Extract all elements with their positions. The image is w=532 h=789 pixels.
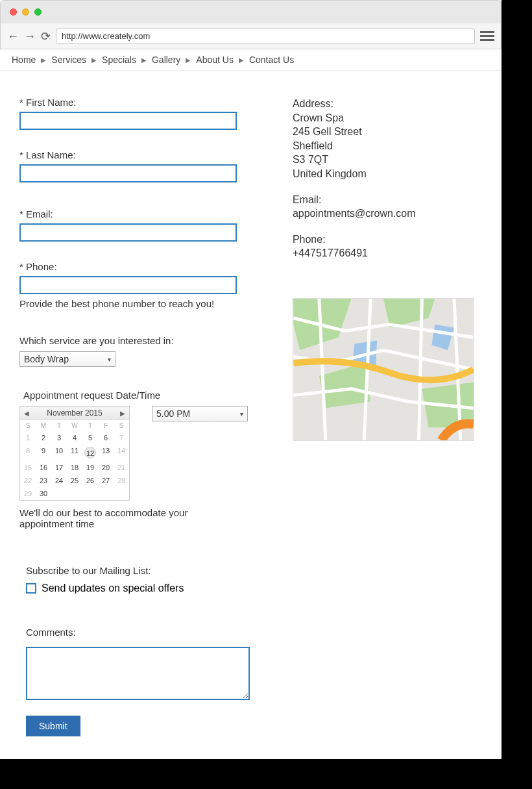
calendar-day[interactable]: 4	[67, 431, 82, 444]
calendar-day[interactable]: 18	[67, 461, 82, 474]
address-line: Sheffield	[293, 139, 482, 153]
page-content: * First Name: * Last Name: * Email: * Ph…	[0, 71, 502, 759]
window-titlebar	[0, 0, 502, 23]
calendar-day[interactable]: 10	[51, 444, 67, 461]
calendar-day[interactable]: 28	[114, 474, 129, 487]
calendar-dow: F	[98, 420, 114, 431]
phone-input[interactable]	[19, 276, 237, 294]
contact-phone-label: Phone:	[293, 232, 482, 247]
calendar-day[interactable]: 23	[36, 474, 51, 487]
email-label: * Email:	[19, 208, 254, 219]
contact-form: * First Name: * Last Name: * Email: * Ph…	[19, 97, 254, 740]
calendar-dow: S	[20, 420, 36, 431]
submit-button[interactable]: Submit	[26, 716, 80, 736]
calendar-next-icon[interactable]: ▶	[120, 410, 125, 417]
subscribe-checkbox[interactable]	[26, 583, 36, 594]
calendar-day[interactable]: 30	[36, 487, 51, 500]
first-name-input[interactable]	[19, 112, 237, 130]
calendar-day	[82, 487, 98, 500]
calendar-day[interactable]: 15	[20, 461, 36, 474]
calendar-day[interactable]: 8	[20, 444, 36, 461]
calendar-dow: M	[36, 420, 51, 431]
maximize-window-icon[interactable]	[34, 8, 42, 16]
calendar-day[interactable]: 1	[20, 431, 36, 444]
calendar-prev-icon[interactable]: ◀	[24, 410, 29, 417]
chevron-right-icon: ▶	[239, 56, 244, 64]
contact-email-value: appointments@crown.com	[293, 207, 482, 221]
phone-help-text: Provide the best phone number to reach y…	[19, 298, 254, 309]
calendar-day	[114, 487, 129, 500]
address-line: Crown Spa	[293, 111, 482, 125]
last-name-input[interactable]	[19, 164, 237, 182]
chevron-right-icon: ▶	[41, 56, 46, 64]
calendar-day[interactable]: 21	[114, 461, 129, 474]
calendar-day	[51, 487, 67, 500]
calendar-day[interactable]: 14	[114, 444, 129, 461]
calendar-day[interactable]: 5	[82, 431, 98, 444]
time-select[interactable]: 5.00 PM	[152, 406, 248, 421]
minimize-window-icon[interactable]	[22, 8, 29, 16]
calendar-day[interactable]: 2	[36, 431, 51, 444]
reload-button[interactable]: ⟳	[41, 31, 51, 42]
calendar-day[interactable]: 26	[82, 474, 98, 487]
calendar-widget[interactable]: ◀ November 2015 ▶ SMTWTFS123456789101112…	[19, 406, 130, 501]
close-window-icon[interactable]	[10, 8, 17, 16]
forward-button[interactable]: →	[24, 31, 36, 42]
phone-label: * Phone:	[19, 261, 254, 272]
address-label: Address:	[293, 97, 482, 111]
calendar-day[interactable]: 20	[98, 461, 114, 474]
last-name-label: * Last Name:	[19, 149, 254, 160]
first-name-label: * First Name:	[19, 97, 254, 108]
calendar-day[interactable]: 12	[82, 444, 98, 461]
service-select[interactable]: Body Wrap	[19, 351, 115, 367]
url-text: http://www.creately.com	[62, 31, 150, 41]
calendar-day	[98, 487, 114, 500]
time-selected-value: 5.00 PM	[156, 408, 190, 419]
calendar-day[interactable]: 27	[98, 474, 114, 487]
chevron-right-icon: ▶	[141, 56, 147, 64]
calendar-month-label: November 2015	[47, 408, 102, 418]
service-question-label: Which service are you interested in:	[19, 335, 254, 346]
contact-info: Address: Crown Spa 245 Gell Street Sheff…	[293, 97, 482, 740]
calendar-day[interactable]: 25	[67, 474, 82, 487]
chevron-right-icon: ▶	[186, 56, 191, 64]
url-input[interactable]: http://www.creately.com	[56, 29, 475, 44]
calendar-day[interactable]: 13	[98, 444, 114, 461]
calendar-day[interactable]: 19	[82, 461, 98, 474]
address-line: United Kingdom	[293, 167, 482, 181]
comments-label: Comments:	[26, 627, 254, 638]
calendar-day[interactable]: 16	[36, 461, 51, 474]
nav-item-contact[interactable]: Contact Us	[249, 55, 294, 65]
nav-item-about[interactable]: About Us	[196, 55, 234, 65]
calendar-day[interactable]: 17	[51, 461, 67, 474]
calendar-day[interactable]: 11	[67, 444, 82, 461]
email-input[interactable]	[19, 223, 237, 242]
nav-item-gallery[interactable]: Gallery	[152, 55, 180, 65]
service-selected-value: Body Wrap	[24, 354, 69, 364]
calendar-day	[67, 487, 82, 500]
calendar-dow: W	[67, 420, 82, 431]
calendar-day[interactable]: 22	[20, 474, 36, 487]
back-button[interactable]: ←	[7, 31, 19, 42]
nav-item-home[interactable]: Home	[12, 55, 36, 65]
chevron-right-icon: ▶	[91, 56, 97, 64]
calendar-dow: S	[114, 420, 129, 431]
map-image	[293, 298, 474, 441]
calendar-day[interactable]: 24	[51, 474, 67, 487]
calendar-day[interactable]: 3	[51, 431, 67, 444]
calendar-day[interactable]: 29	[20, 487, 36, 500]
menu-button[interactable]	[480, 29, 494, 43]
calendar-day[interactable]: 9	[36, 444, 51, 461]
subscribe-label: Subscribe to our Mailing List:	[26, 565, 254, 576]
address-line: S3 7QT	[293, 153, 482, 167]
calendar-dow: T	[82, 420, 98, 431]
calendar-day[interactable]: 6	[98, 431, 114, 444]
calendar-day[interactable]: 7	[114, 431, 129, 444]
contact-phone-value: +447517766491	[293, 246, 482, 260]
comments-textarea[interactable]	[26, 647, 250, 700]
nav-item-services[interactable]: Services	[51, 55, 86, 65]
nav-item-specials[interactable]: Specials	[102, 55, 136, 65]
address-line: 245 Gell Street	[293, 125, 482, 139]
appointment-note: We'll do our best to accommodate your ap…	[19, 507, 214, 529]
browser-toolbar: ← → ⟳ http://www.creately.com	[0, 23, 502, 49]
